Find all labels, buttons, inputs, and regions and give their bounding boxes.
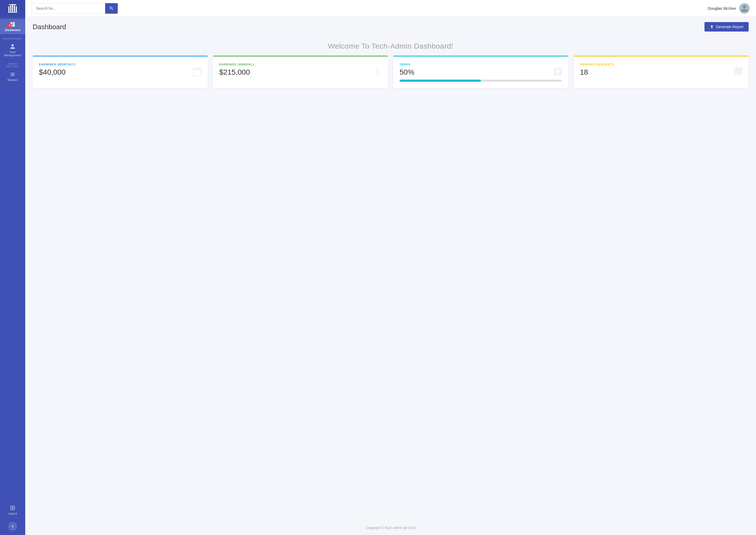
- svg-rect-5: [8, 12, 17, 13]
- sidebar-item-logout-label: Logout: [8, 512, 17, 515]
- sidebar-item-user-management[interactable]: User Management: [0, 41, 25, 59]
- chat-icon-container: [733, 67, 743, 78]
- sidebar-collapse-button[interactable]: [8, 522, 17, 531]
- card-earnings-monthly: EARNINGS (MONTHLY) $40,000: [33, 56, 208, 88]
- sidebar-item-user-management-label: User Management: [1, 50, 24, 57]
- card-tasks: TASKS 50%: [393, 56, 568, 88]
- card-earnings-annual-label: EARNINGS (ANNUAL): [219, 63, 382, 66]
- management-section-label: MANAGEMENT: [0, 34, 25, 41]
- sidebar-item-dashboard[interactable]: 2 Dashboard: [0, 19, 25, 34]
- card-tasks-label: TASKS: [399, 63, 562, 66]
- search-wrapper: [32, 3, 121, 14]
- sidebar-item-masters-label: Masters: [7, 78, 17, 81]
- svg-rect-1: [10, 5, 11, 12]
- page-header: Dashboard Generate Report: [25, 17, 756, 36]
- user-icon: [10, 43, 15, 49]
- card-pending-requests-label: PENDING REQUESTS: [580, 63, 742, 66]
- sidebar-item-dashboard-label: Dashboard: [5, 28, 20, 32]
- svg-rect-2: [12, 5, 13, 12]
- tasks-icon: [553, 67, 563, 77]
- search-button[interactable]: [105, 3, 118, 14]
- calendar-icon-container: [192, 67, 202, 78]
- dollar-icon: [372, 67, 383, 77]
- user-info: Douglas McGee: [708, 3, 750, 14]
- generate-report-button[interactable]: Generate Report: [705, 22, 749, 32]
- main-content: Douglas McGee Dashboard Generate Report …: [25, 0, 756, 535]
- logo-icon: [7, 3, 18, 14]
- card-pending-requests: PENDING REQUESTS 18: [573, 56, 749, 88]
- card-earnings-annual-value: $215,000: [219, 68, 382, 76]
- tasks-progress-fill: [399, 80, 481, 82]
- sidebar-item-logout[interactable]: Logout: [0, 502, 25, 518]
- generate-report-label: Generate Report: [716, 25, 743, 29]
- logout-icon: [10, 505, 15, 511]
- calendar-icon: [192, 67, 202, 77]
- stats-cards-row: EARNINGS (MONTHLY) $40,000 EARNINGS (ANN…: [25, 56, 756, 96]
- sidebar: 2 Dashboard MANAGEMENT User Management A…: [0, 0, 25, 535]
- dollar-icon-container: [372, 67, 383, 78]
- welcome-banner: Welcome To Tech-Admin Dashboard!: [25, 36, 756, 56]
- topbar: Douglas McGee: [25, 0, 756, 17]
- download-icon: [710, 25, 714, 29]
- sidebar-item-masters[interactable]: Masters: [0, 69, 25, 84]
- footer-text: Copyright © Tech-Admin @ 2022: [366, 526, 416, 530]
- footer: Copyright © Tech-Admin @ 2022: [25, 521, 756, 535]
- chevron-right-icon: [10, 524, 15, 529]
- card-earnings-monthly-label: EARNINGS (MONTHLY): [39, 63, 201, 66]
- svg-rect-3: [14, 5, 15, 12]
- card-pending-requests-value: 18: [580, 68, 742, 76]
- user-name: Douglas McGee: [708, 6, 736, 11]
- sidebar-logo: [0, 0, 25, 17]
- search-input[interactable]: [32, 3, 105, 14]
- tasks-progress-bg: [399, 80, 562, 82]
- masters-icon: [10, 71, 15, 77]
- dashboard-badge: 2: [8, 23, 12, 27]
- chat-icon: [733, 67, 743, 77]
- page-title: Dashboard: [33, 23, 66, 31]
- svg-rect-6: [9, 4, 16, 5]
- svg-rect-0: [9, 6, 10, 12]
- svg-rect-4: [16, 6, 17, 12]
- card-tasks-value: 50%: [399, 68, 562, 76]
- tasks-icon-container: [553, 67, 563, 78]
- tasks-progress-wrapper: [399, 80, 562, 82]
- welcome-text: Welcome To Tech-Admin Dashboard!: [328, 42, 453, 50]
- card-earnings-annual: EARNINGS (ANNUAL) $215,000: [213, 56, 388, 88]
- avatar-icon: [740, 4, 749, 13]
- avatar: [739, 3, 750, 14]
- admin-section-label: ADMIN SECTION: [0, 59, 25, 69]
- search-icon: [109, 6, 114, 11]
- card-earnings-monthly-value: $40,000: [39, 68, 201, 76]
